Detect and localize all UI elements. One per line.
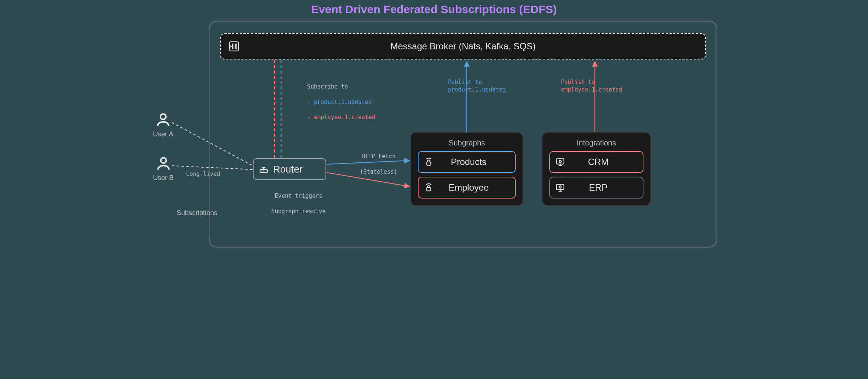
svg-point-17 <box>559 160 561 162</box>
subscriptions-label: Subscriptions <box>177 209 217 217</box>
integrations-title: Integrations <box>549 139 643 147</box>
subgraph-products-label: Products <box>439 157 510 167</box>
subgraph-products-row: Products <box>418 151 516 173</box>
subgraphs-card: Subgraphs Products Employee <box>410 132 523 206</box>
broker-icon <box>221 41 247 52</box>
user-a-label: User A <box>153 130 173 138</box>
subscribe-block: Subscribe to - product.1.updated - emplo… <box>293 75 375 129</box>
svg-marker-5 <box>231 44 232 48</box>
publish-product-label: Publish to product.1.updated <box>448 78 506 94</box>
user-b: User B <box>153 155 174 182</box>
router-icon <box>259 164 269 174</box>
message-broker-box: Message Broker (Nats, Kafka, SQS) <box>220 33 706 60</box>
subgraph-icon <box>424 183 434 193</box>
user-a: User A <box>153 112 173 138</box>
monitor-gear-icon <box>555 157 565 167</box>
diagram-stage: Event Driven Federated Subscriptions (ED… <box>145 0 723 253</box>
svg-rect-22 <box>556 184 564 190</box>
svg-rect-12 <box>427 162 431 165</box>
long-lived-label: Long-lived <box>186 170 220 178</box>
subgraph-employee-row: Employee <box>418 177 516 199</box>
router-box: Router <box>253 158 326 180</box>
subgraph-employee-label: Employee <box>439 182 510 193</box>
svg-point-25 <box>559 186 561 188</box>
svg-point-9 <box>261 171 262 171</box>
svg-rect-14 <box>556 159 564 164</box>
event-triggers-label: Event triggers Subgraph resolve <box>258 185 326 223</box>
person-icon <box>155 155 172 172</box>
integration-crm-label: CRM <box>570 157 637 167</box>
monitor-gear-icon <box>555 183 565 193</box>
svg-point-6 <box>160 114 166 119</box>
integrations-card: Integrations CRM ERP <box>542 132 651 206</box>
http-fetch-label: HTTP Fetch (Stateless) <box>346 145 397 183</box>
router-label: Router <box>273 164 303 175</box>
svg-rect-13 <box>427 188 431 191</box>
svg-point-7 <box>160 157 166 163</box>
integration-erp-row: ERP <box>549 177 643 199</box>
subgraph-icon <box>424 157 434 167</box>
broker-label: Message Broker (Nats, Kafka, SQS) <box>247 41 705 52</box>
subgraphs-title: Subgraphs <box>418 139 516 147</box>
person-icon <box>155 112 171 128</box>
integration-crm-row: CRM <box>549 151 643 173</box>
integration-erp-label: ERP <box>570 182 637 193</box>
page-title: Event Driven Federated Subscriptions (ED… <box>145 3 723 16</box>
svg-point-10 <box>263 171 264 171</box>
user-b-label: User B <box>153 174 174 182</box>
publish-employee-label: Publish to employee.1.created <box>561 78 622 94</box>
